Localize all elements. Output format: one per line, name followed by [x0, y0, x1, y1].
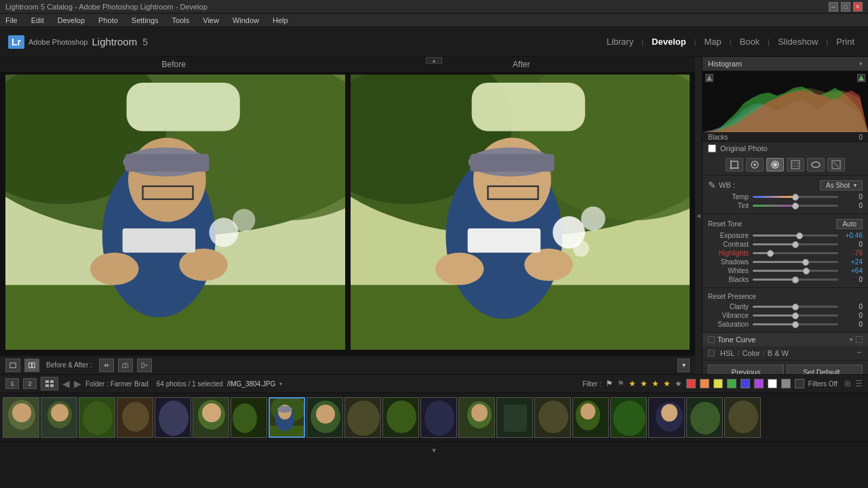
auto-tone-btn[interactable]: Auto — [836, 219, 863, 229]
tint-slider[interactable] — [753, 205, 838, 207]
thumb-11[interactable] — [382, 397, 419, 438]
blacks-thumb[interactable] — [792, 277, 799, 283]
thumb-9[interactable] — [307, 397, 343, 438]
vibrance-thumb[interactable] — [792, 312, 799, 319]
thumb-5[interactable] — [155, 397, 191, 438]
tone-curve-header[interactable]: Tone Curve ▾ — [703, 333, 868, 346]
adjustment-brush-tool[interactable] — [827, 158, 845, 171]
exposure-thumb[interactable] — [796, 232, 803, 239]
bw-gray[interactable] — [781, 379, 791, 388]
histogram-collapse[interactable]: ▾ — [859, 60, 863, 67]
clarity-thumb[interactable] — [792, 304, 799, 310]
flag-white[interactable]: ⚑ — [606, 379, 613, 388]
tone-curve-options[interactable] — [856, 336, 863, 343]
nav-slideshow[interactable]: Slideshow — [772, 34, 823, 49]
blacks-slider[interactable] — [753, 279, 838, 281]
menu-tools[interactable]: Tools — [170, 16, 193, 24]
folder-dropdown[interactable]: ▾ — [279, 381, 282, 387]
page-2[interactable]: 2 — [23, 378, 37, 389]
bw-white[interactable] — [768, 379, 777, 388]
thumb-1[interactable] — [3, 397, 39, 438]
radial-filter-tool[interactable] — [807, 158, 825, 171]
flag-reject[interactable]: ⚑ — [617, 379, 625, 388]
spot-removal-tool[interactable] — [746, 158, 764, 171]
highlights-thumb[interactable] — [767, 250, 774, 257]
wb-dropdown[interactable]: As Shot ▾ — [820, 180, 863, 190]
maximize-button[interactable]: □ — [841, 2, 850, 12]
shadows-clip[interactable] — [705, 74, 713, 82]
thumb-6[interactable] — [193, 397, 229, 438]
clarity-slider[interactable] — [753, 306, 838, 308]
color-label-green[interactable] — [727, 379, 736, 388]
swap-btn[interactable] — [99, 359, 114, 372]
crop-tool[interactable] — [726, 158, 743, 171]
shadows-slider[interactable] — [753, 261, 838, 263]
star-2[interactable]: ★ — [640, 379, 648, 388]
thumb-18[interactable] — [648, 397, 685, 438]
star-1[interactable]: ★ — [629, 379, 636, 388]
menu-develop[interactable]: Develop — [55, 16, 87, 24]
whites-thumb[interactable] — [803, 268, 810, 274]
thumb-10[interactable] — [344, 397, 381, 438]
color-button[interactable]: Color — [742, 349, 760, 357]
thumb-2[interactable] — [41, 397, 77, 438]
prev-arrow[interactable]: ◀ — [62, 378, 70, 389]
temp-thumb[interactable] — [792, 194, 799, 201]
thumb-17[interactable] — [610, 397, 647, 438]
color-label-blue[interactable] — [741, 379, 750, 388]
hsl-button[interactable]: HSL — [720, 349, 734, 357]
nav-print[interactable]: Print — [831, 34, 860, 49]
color-label-purple[interactable] — [754, 379, 764, 388]
color-label-yellow[interactable] — [713, 379, 723, 388]
redeye-tool[interactable] — [766, 158, 784, 171]
exposure-slider[interactable] — [753, 235, 838, 237]
view-split-btn[interactable] — [24, 359, 39, 372]
shadows-thumb[interactable] — [802, 259, 809, 266]
nav-map[interactable]: Map — [698, 34, 726, 49]
saturation-thumb[interactable] — [792, 321, 799, 328]
thumb-14[interactable] — [496, 397, 533, 438]
nav-develop[interactable]: Develop — [646, 34, 692, 49]
cycle-btn[interactable] — [137, 359, 152, 372]
contrast-slider[interactable] — [753, 243, 838, 245]
thumb-15[interactable] — [534, 397, 571, 438]
top-collapse[interactable]: ▲ — [426, 57, 442, 64]
copy-btn[interactable] — [118, 359, 133, 372]
histogram-header[interactable]: Histogram ▾ — [703, 57, 868, 71]
thumb-selected[interactable] — [269, 397, 305, 438]
bw-black[interactable] — [795, 379, 804, 388]
minimize-button[interactable]: ─ — [829, 2, 838, 12]
thumb-3[interactable] — [79, 397, 115, 438]
graduated-filter-tool[interactable] — [787, 158, 804, 171]
set-default-button[interactable]: Set Default... — [787, 365, 863, 374]
thumb-12[interactable] — [420, 397, 457, 438]
bw-button[interactable]: B & W — [768, 349, 789, 357]
thumb-16[interactable] — [572, 397, 609, 438]
thumb-7[interactable] — [231, 397, 267, 438]
menu-edit[interactable]: Edit — [28, 16, 47, 24]
menu-view[interactable]: View — [200, 16, 222, 24]
hsl-options[interactable] — [856, 349, 863, 357]
toolbar-dropdown[interactable]: ▾ — [677, 359, 690, 372]
menu-settings[interactable]: Settings — [129, 16, 161, 24]
thumb-13[interactable] — [458, 397, 495, 438]
nav-library[interactable]: Library — [601, 34, 639, 49]
filmstrip-grid-view[interactable] — [41, 377, 58, 390]
color-label-orange[interactable] — [700, 379, 709, 388]
menu-file[interactable]: File — [3, 16, 20, 24]
nav-book[interactable]: Book — [734, 34, 766, 49]
hsl-collapse-left[interactable] — [708, 350, 715, 357]
page-1[interactable]: 1 — [5, 378, 19, 389]
filmstrip-collapse[interactable]: ▼ — [5, 447, 863, 454]
tint-thumb[interactable] — [792, 203, 799, 209]
close-button[interactable]: ✕ — [853, 2, 863, 12]
star-3[interactable]: ★ — [652, 379, 659, 388]
filmstrip-options[interactable]: ☰ — [855, 379, 863, 388]
star-4[interactable]: ★ — [663, 379, 671, 388]
view-single-btn[interactable] — [5, 359, 20, 372]
tone-curve-arrow[interactable]: ▾ — [850, 336, 853, 343]
thumb-4[interactable] — [117, 397, 153, 438]
next-arrow[interactable]: ▶ — [74, 378, 81, 389]
vibrance-slider[interactable] — [753, 314, 838, 317]
temp-slider[interactable] — [753, 196, 838, 198]
